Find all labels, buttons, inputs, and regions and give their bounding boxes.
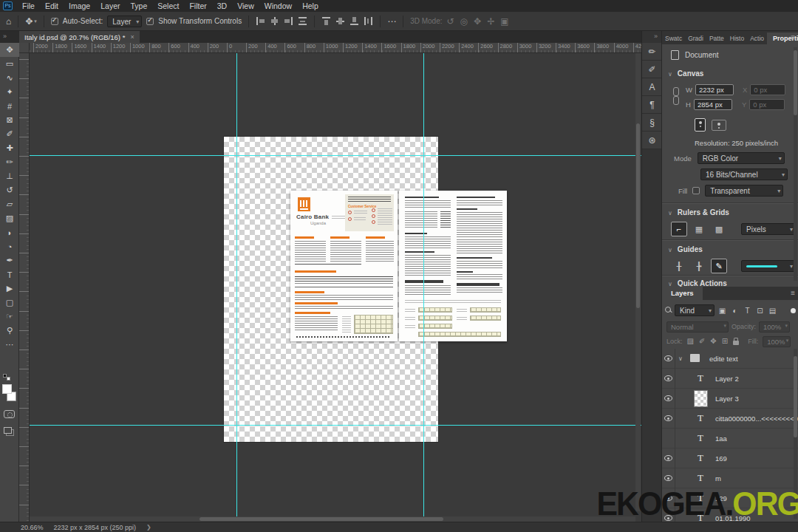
screen-mode-icon[interactable] (4, 427, 12, 434)
layer-thumbnail[interactable] (692, 412, 709, 424)
align-center-h-icon[interactable] (270, 16, 279, 26)
fill-opacity-input[interactable]: 100% (763, 336, 791, 347)
lock-position-icon[interactable]: ✥ (710, 338, 716, 345)
layer-name[interactable]: edite text (709, 355, 738, 363)
chevron-down-icon[interactable]: ▾ (34, 18, 37, 24)
panel-menu-icon[interactable]: ≡ (791, 33, 795, 41)
clone-stamp-tool[interactable]: ⊥ (0, 169, 19, 183)
auto-select-target-select[interactable]: Layer (107, 16, 142, 27)
collapse-panels-icon[interactable]: » (642, 31, 661, 43)
character-panel-icon[interactable]: A (642, 78, 662, 96)
layer-row[interactable]: ∨ 169 (662, 449, 798, 468)
layer-thumbnail[interactable] (686, 355, 703, 362)
eraser-tool[interactable]: ▱ (0, 197, 19, 211)
3d-orbit-icon[interactable]: ↺ (447, 17, 454, 26)
gradient-tool[interactable]: ▨ (0, 211, 19, 225)
layer-row[interactable]: ∨ Layer 2 (662, 369, 798, 389)
layer-thumbnail[interactable] (692, 372, 709, 384)
vertical-ruler[interactable] (19, 53, 30, 522)
menu-item[interactable]: Help (297, 0, 324, 12)
panel-tab[interactable]: Actio (747, 33, 767, 44)
menu-item[interactable]: View (232, 0, 259, 12)
brush-settings-panel-icon[interactable]: ✏ (642, 43, 662, 61)
distribute-v-icon[interactable] (364, 16, 373, 26)
align-left-icon[interactable] (256, 16, 265, 26)
filter-kind-select[interactable]: Kind (675, 304, 715, 316)
layer-row[interactable]: ∨ 1aa (662, 429, 798, 449)
3d-roll-icon[interactable]: ◎ (460, 17, 468, 26)
frame-tool[interactable]: ⊠ (0, 113, 19, 127)
layer-row[interactable]: ∨ Layer 3 (662, 389, 798, 409)
move-tool-preset-icon[interactable]: ✥ (25, 17, 33, 26)
canvas-viewport[interactable]: Cairo Bank Uganda Customer Service (30, 53, 641, 522)
layer-visibility-toggle[interactable] (662, 349, 675, 369)
layer-visibility-toggle[interactable] (662, 429, 675, 449)
guide-vertical[interactable] (236, 53, 237, 522)
dodge-tool[interactable]: ◔ (0, 239, 19, 253)
fill-checkbox[interactable] (692, 187, 700, 194)
layer-name[interactable]: Layer 3 (715, 395, 739, 403)
glyphs-panel-icon[interactable]: § (642, 114, 662, 132)
color-mode-select[interactable]: RGB Color (698, 152, 785, 164)
layer-name[interactable]: citta0000000...<<<<<<<<0 d (715, 415, 798, 423)
layer-thumbnail[interactable] (692, 452, 709, 464)
layer-visibility-toggle[interactable] (662, 409, 675, 429)
3d-camera-icon[interactable]: ▣ (500, 17, 508, 26)
pen-tool[interactable]: ✒ (0, 253, 19, 267)
lock-transparency-icon[interactable]: ▨ (687, 338, 694, 345)
filter-shape-icon[interactable]: ⊡ (754, 304, 765, 316)
tab-layers[interactable]: Layers (662, 287, 703, 300)
lasso-tool[interactable]: ∿ (0, 71, 19, 85)
layer-thumbnail[interactable] (692, 472, 709, 484)
layer-visibility-toggle[interactable] (662, 369, 675, 389)
rulers-toggle-icon[interactable]: ⌐ (671, 222, 687, 236)
auto-select-checkbox[interactable] (51, 18, 58, 25)
panel-tab[interactable]: Patte (706, 33, 727, 44)
lock-all-icon[interactable] (733, 341, 739, 345)
layer-thumbnail[interactable] (692, 390, 709, 407)
menu-item[interactable]: 3D (212, 0, 232, 12)
lock-artboard-icon[interactable]: ⊞ (722, 338, 728, 345)
fill-select[interactable]: Transparent (705, 185, 783, 197)
scrollbar-thumb[interactable] (636, 123, 640, 308)
panel-tab[interactable]: Gradi (685, 33, 706, 44)
menu-item[interactable]: Select (152, 0, 184, 12)
blur-tool[interactable]: ◗ (0, 225, 19, 239)
foreground-color-swatch[interactable] (2, 384, 12, 394)
layer-thumbnail[interactable] (692, 432, 709, 444)
guide-horizontal[interactable] (30, 425, 641, 426)
edit-toolbar-icon[interactable]: ⋯ (0, 338, 19, 352)
crop-tool[interactable]: # (0, 99, 19, 113)
filter-toggle-icon[interactable] (791, 308, 796, 313)
guides-toggle-icon[interactable]: ╂ (671, 259, 687, 273)
filter-smartobject-icon[interactable]: ▤ (767, 304, 778, 316)
3d-slide-icon[interactable]: ✢ (487, 17, 494, 26)
layer-row[interactable]: ∨ citta0000000...<<<<<<<<0 d (662, 409, 798, 429)
x-input[interactable]: 0 px (750, 84, 785, 95)
lock-pixels-icon[interactable]: ✐ (699, 338, 705, 345)
swap-colors-icon[interactable] (3, 374, 12, 381)
layer-row[interactable]: ∨ edite text (662, 349, 798, 369)
ruler-units-select[interactable]: Pixels (741, 223, 796, 235)
snap-toggle-icon[interactable]: ▩ (711, 222, 727, 236)
landscape-orientation-button[interactable] (712, 120, 726, 131)
scrollbar-thumb[interactable] (794, 356, 797, 437)
filter-pixel-icon[interactable]: ▣ (717, 304, 728, 316)
ruler-corner[interactable] (19, 43, 30, 53)
brush-tool[interactable]: ✏ (0, 155, 19, 169)
align-center-v-icon[interactable] (335, 16, 345, 26)
layers-menu-icon[interactable]: ≡ (791, 289, 795, 297)
object-selection-tool[interactable]: ✦ (0, 85, 19, 99)
properties-scrollbar[interactable] (794, 47, 797, 281)
panel-3d-icon[interactable]: ⊛ (642, 132, 662, 149)
layer-name[interactable]: m (715, 474, 721, 482)
scrollbar-thumb[interactable] (200, 517, 443, 521)
y-input[interactable]: 0 px (749, 99, 785, 110)
path-selection-tool[interactable]: ▶ (0, 282, 19, 296)
document-tab[interactable]: Italy id.psd @ 20.7% (RGB/16) * × (19, 31, 140, 43)
healing-brush-tool[interactable]: ✚ (0, 141, 19, 155)
new-guide-layout-icon[interactable]: ✎ (711, 259, 727, 273)
rulers-grids-header[interactable]: Rulers & Grids (668, 208, 729, 216)
show-transform-checkbox[interactable] (146, 18, 154, 25)
bit-depth-select[interactable]: 16 Bits/Channel (700, 168, 788, 180)
